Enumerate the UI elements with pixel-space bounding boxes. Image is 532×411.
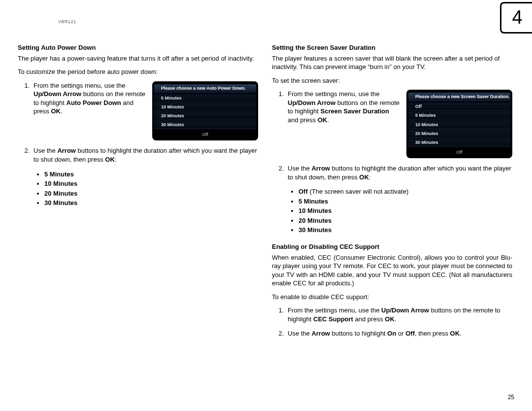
option-item: 10 Minutes xyxy=(299,206,512,215)
screenshot-title: Please choose a new Screen Saver Duratio… xyxy=(408,93,510,102)
option-item: 30 Minutes xyxy=(44,199,258,207)
paragraph: To set the screen saver: xyxy=(272,76,512,85)
screenshot-title: Please choose a new Auto Power Down. xyxy=(154,84,256,93)
step-text: From the settings menu, use the Up/Down … xyxy=(33,81,147,116)
option-item: 20 Minutes xyxy=(44,189,258,198)
option-item: 10 Minutes xyxy=(44,179,258,188)
screenshot-footer: Off xyxy=(152,130,258,137)
paragraph: To enable to disable CEC support: xyxy=(272,293,512,302)
option-item: 5 Minutes xyxy=(299,197,512,206)
option-item: Off (The screen saver will not activate) xyxy=(299,187,512,196)
paragraph: When enabled, CEC (Consumer Electronic C… xyxy=(272,253,512,288)
screenshot-option: Off xyxy=(408,103,510,111)
list-item: Use the Arrow buttons to highlight On or… xyxy=(286,329,512,338)
list-item: Use the Arrow buttons to highlight the d… xyxy=(32,146,258,164)
right-column: Setting the Screen Saver Duration The pl… xyxy=(272,43,512,344)
screenshot-option: 10 Minutes xyxy=(408,121,510,129)
list-item: From the settings menu, use the Up/Down … xyxy=(286,306,512,323)
screenshot-option: 10 Minutes xyxy=(154,103,256,111)
paragraph: To customize the period before auto powe… xyxy=(18,68,258,76)
heading-screen-saver: Setting the Screen Saver Duration xyxy=(272,43,512,52)
screenshot-option: 20 Minutes xyxy=(408,130,510,138)
page-number: 25 xyxy=(508,393,514,401)
screenshot-option: 5 Minutes xyxy=(408,111,510,120)
screenshot-auto-power-down: Please choose a new Auto Power Down. 5 M… xyxy=(152,81,258,141)
list-item: From the settings menu, use the Up/Down … xyxy=(286,90,512,158)
paragraph: The player has a power-saving feature th… xyxy=(18,54,258,63)
screenshot-option: 30 Minutes xyxy=(154,121,256,129)
screenshot-footer: Off xyxy=(406,147,512,155)
heading-auto-power-down: Setting Auto Power Down xyxy=(18,43,258,52)
option-item: 20 Minutes xyxy=(299,216,512,225)
paragraph: The player features a screen saver that … xyxy=(272,54,512,71)
list-item: Use the Arrow buttons to highlight the d… xyxy=(286,164,512,181)
option-item: 30 Minutes xyxy=(299,226,512,235)
heading-cec-support: Enabling or Disabling CEC Support xyxy=(272,242,512,251)
screenshot-option: 5 Minutes xyxy=(154,94,256,103)
model-number: VBR121 xyxy=(58,19,76,25)
option-item: 5 Minutes xyxy=(44,170,258,179)
screenshot-option: 20 Minutes xyxy=(154,112,256,120)
screenshot-screen-saver: Please choose a new Screen Saver Duratio… xyxy=(406,90,512,158)
screenshot-option: 30 Minutes xyxy=(408,138,510,147)
list-item: From the settings menu, use the Up/Down … xyxy=(32,81,258,141)
left-column: Setting Auto Power Down The player has a… xyxy=(18,43,258,344)
step-text: From the settings menu, use the Up/Down … xyxy=(288,90,401,124)
chapter-tab: 4 xyxy=(500,2,532,34)
